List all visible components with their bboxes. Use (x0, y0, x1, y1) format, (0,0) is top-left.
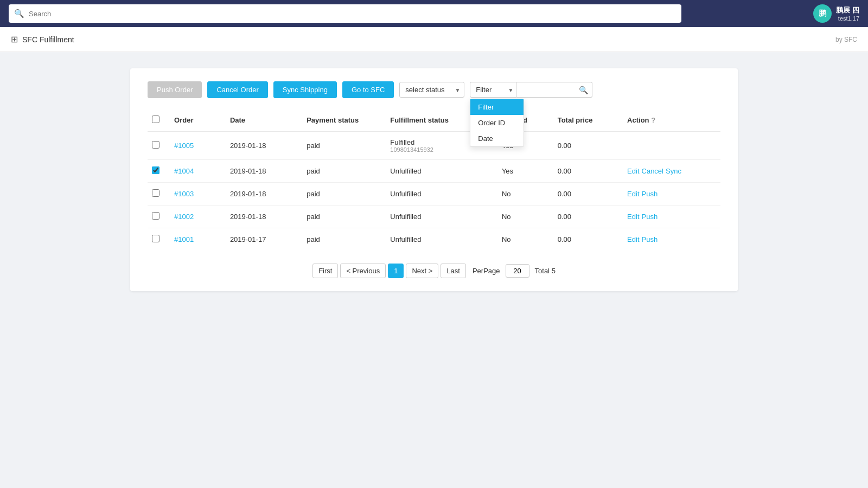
order-date: 2019-01-18 (226, 132, 302, 160)
pagination: First < Previous 1 Next > Last PerPage T… (148, 264, 720, 278)
dropdown-item-filter[interactable]: Filter (470, 99, 524, 115)
header-order: Order (170, 109, 226, 132)
push-order-button[interactable]: Push Order (148, 81, 202, 98)
table-row: #10042019-01-18paidUnfulfilledYes0.00Edi… (148, 160, 720, 183)
action-edit-link[interactable]: Edit (627, 235, 639, 243)
row-checkbox[interactable] (152, 212, 159, 220)
table-header: Order Date Payment status Fulfillment st… (148, 109, 720, 132)
orders-card: Push Order Cancel Order Sync Shipping Go… (130, 68, 738, 291)
header-date: Date (226, 109, 302, 132)
search-input[interactable] (29, 10, 676, 18)
subnav-left: ⊞ SFC Fulfillment (11, 34, 74, 44)
fulfillment-status: Unfulfilled (386, 228, 497, 251)
row-actions: EditPush (623, 206, 720, 228)
per-page-input[interactable] (506, 264, 529, 278)
header-payment-status: Payment status (302, 109, 386, 132)
row-actions: EditCancelSync (623, 160, 720, 183)
search-icon: 🔍 (14, 9, 24, 18)
app-icon: ⊞ (11, 34, 18, 44)
dropdown-item-date[interactable]: Date (470, 131, 524, 146)
filter-wrap: Filter Order ID Date 🔍 Filter Order ID D… (470, 82, 592, 98)
action-push-link[interactable]: Push (642, 235, 658, 243)
total-price: 0.00 (553, 160, 623, 183)
select-all-checkbox[interactable] (152, 115, 159, 123)
header-action: Action ? (623, 109, 720, 132)
app-title: SFC Fulfillment (22, 35, 74, 44)
payment-status: paid (302, 183, 386, 206)
total-price: 0.00 (553, 206, 623, 228)
table-row: #10032019-01-18paidUnfulfilledNo0.00Edit… (148, 183, 720, 206)
payment-status: paid (302, 206, 386, 228)
order-link[interactable]: #1005 (174, 142, 194, 150)
order-date: 2019-01-17 (226, 228, 302, 251)
row-checkbox[interactable] (152, 166, 159, 174)
filter-select-wrap: Filter Order ID Date (470, 82, 516, 98)
fulfillment-status: Unfulfilled (386, 206, 497, 228)
table-row: #10052019-01-18paidFulfilled109801341593… (148, 132, 720, 160)
subnav-right: by SFC (835, 36, 857, 43)
subnav: ⊞ SFC Fulfillment by SFC (0, 27, 868, 52)
action-edit-link[interactable]: Edit (627, 167, 639, 175)
payment-status: paid (302, 228, 386, 251)
user-area: 鹏 鹏展 四 test1.17 (813, 4, 859, 23)
row-checkbox[interactable] (152, 235, 159, 242)
table-row: #10012019-01-17paidUnfulfilledNo0.00Edit… (148, 228, 720, 251)
filter-dropdown: Filter Order ID Date (470, 99, 524, 147)
order-date: 2019-01-18 (226, 183, 302, 206)
pushed-status: No (497, 183, 553, 206)
row-checkbox[interactable] (152, 141, 159, 149)
dropdown-item-orderid[interactable]: Order ID (470, 115, 524, 131)
sync-shipping-button[interactable]: Sync Shipping (273, 81, 337, 98)
row-actions: EditPush (623, 228, 720, 251)
total-price: 0.00 (553, 228, 623, 251)
next-page-button[interactable]: Next > (406, 264, 438, 278)
pushed-status: No (497, 228, 553, 251)
action-push-link[interactable]: Push (642, 213, 658, 221)
status-select-wrap: select status Fulfilled Unfulfilled (399, 82, 464, 98)
order-link[interactable]: #1001 (174, 235, 194, 243)
fulfillment-tracking: 1098013415932 (390, 146, 493, 153)
toolbar: Push Order Cancel Order Sync Shipping Go… (148, 81, 720, 98)
order-date: 2019-01-18 (226, 160, 302, 183)
action-help-icon[interactable]: ? (651, 116, 655, 124)
total-value: 5 (552, 267, 556, 275)
orders-table: Order Date Payment status Fulfillment st… (148, 109, 720, 251)
total-price: 0.00 (553, 183, 623, 206)
payment-status: paid (302, 132, 386, 160)
action-edit-link[interactable]: Edit (627, 190, 639, 198)
row-checkbox[interactable] (152, 189, 159, 197)
user-sub: test1.17 (836, 15, 859, 22)
row-actions (623, 132, 720, 160)
per-page-label: PerPage (473, 267, 500, 275)
avatar: 鹏 (813, 4, 832, 23)
order-link[interactable]: #1003 (174, 190, 194, 198)
total-label: Total 5 (535, 267, 556, 275)
filter-input-wrap: 🔍 (516, 82, 592, 98)
action-sync-link[interactable]: Sync (666, 167, 681, 175)
current-page-button[interactable]: 1 (388, 264, 404, 278)
filter-select[interactable]: Filter Order ID Date (470, 82, 516, 98)
user-name: 鹏展 四 (836, 5, 859, 15)
last-page-button[interactable]: Last (441, 264, 466, 278)
search-bar: 🔍 (9, 4, 681, 23)
topnav: 🔍 鹏 鹏展 四 test1.17 (0, 0, 868, 27)
order-link[interactable]: #1004 (174, 167, 194, 175)
user-info: 鹏展 四 test1.17 (836, 5, 859, 22)
first-page-button[interactable]: First (312, 264, 338, 278)
cancel-order-button[interactable]: Cancel Order (207, 81, 267, 98)
pushed-status: Yes (497, 160, 553, 183)
filter-search-icon: 🔍 (579, 86, 588, 94)
main-content: Push Order Cancel Order Sync Shipping Go… (0, 52, 868, 307)
previous-page-button[interactable]: < Previous (340, 264, 386, 278)
table-row: #10022019-01-18paidUnfulfilledNo0.00Edit… (148, 206, 720, 228)
status-select[interactable]: select status Fulfilled Unfulfilled (399, 82, 464, 98)
order-date: 2019-01-18 (226, 206, 302, 228)
go-to-sfc-button[interactable]: Go to SFC (342, 81, 394, 98)
total-price: 0.00 (553, 132, 623, 160)
order-link[interactable]: #1002 (174, 213, 194, 221)
action-cancel-link[interactable]: Cancel (642, 167, 663, 175)
action-push-link[interactable]: Push (642, 190, 658, 198)
fulfillment-status: Unfulfilled (386, 160, 497, 183)
fulfillment-status: Unfulfilled (386, 183, 497, 206)
action-edit-link[interactable]: Edit (627, 213, 639, 221)
